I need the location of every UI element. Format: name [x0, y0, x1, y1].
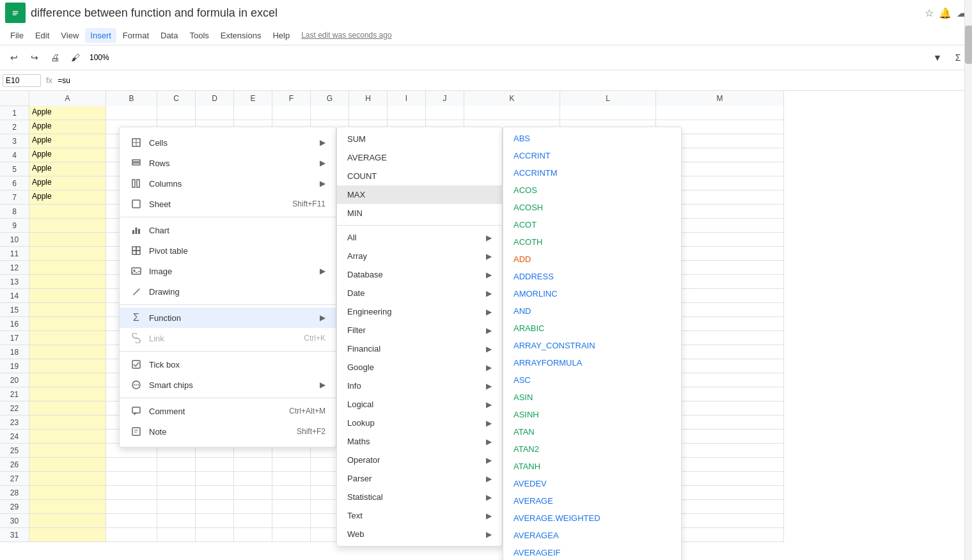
grid-cell[interactable] [29, 472, 106, 486]
fn-asin[interactable]: ASIN [503, 389, 681, 406]
fn-average[interactable]: AVERAGE [503, 492, 681, 509]
grid-cell[interactable] [29, 317, 106, 331]
grid-cell[interactable] [272, 500, 311, 514]
grid-cell[interactable] [29, 500, 106, 514]
grid-cell[interactable] [29, 458, 106, 472]
fn-averageif[interactable]: AVERAGEIF [503, 544, 681, 560]
grid-cell[interactable] [106, 458, 157, 472]
col-header-a[interactable]: A [29, 91, 106, 106]
fn-and[interactable]: AND [503, 302, 681, 320]
grid-cell[interactable] [234, 106, 272, 120]
menu-file[interactable]: File [5, 28, 29, 43]
func-engineering[interactable]: Engineering▶ [337, 302, 502, 321]
grid-cell[interactable] [272, 486, 311, 500]
grid-cell[interactable]: Apple [29, 148, 106, 162]
func-text[interactable]: Text▶ [337, 506, 502, 525]
col-header-l[interactable]: L [560, 91, 656, 106]
grid-cell[interactable] [29, 205, 106, 219]
menu-extensions[interactable]: Extensions [216, 28, 267, 43]
grid-cell[interactable] [196, 500, 234, 514]
menu-format[interactable]: Format [118, 28, 154, 43]
last-edit[interactable]: Last edit was seconds ago [301, 31, 391, 40]
grid-cell[interactable] [29, 233, 106, 247]
grid-cell[interactable] [29, 345, 106, 359]
grid-cell[interactable] [106, 472, 157, 486]
grid-cell[interactable] [29, 331, 106, 345]
grid-cell[interactable] [29, 444, 106, 458]
fn-arrayformula[interactable]: ARRAYFORMULA [503, 354, 681, 371]
fn-abs[interactable]: ABS [503, 130, 681, 147]
col-header-c[interactable]: C [157, 91, 196, 106]
func-filter[interactable]: Filter▶ [337, 321, 502, 339]
insert-note[interactable]: Note Shift+F2 [120, 421, 336, 442]
func-parser[interactable]: Parser▶ [337, 469, 502, 488]
grid-cell[interactable] [388, 106, 426, 120]
grid-cell[interactable] [157, 106, 196, 120]
right-scrollbar[interactable] [964, 0, 972, 560]
grid-cell[interactable]: Apple [29, 134, 106, 148]
grid-cell[interactable] [29, 219, 106, 233]
col-header-f[interactable]: F [272, 91, 311, 106]
grid-cell[interactable] [196, 486, 234, 500]
grid-cell[interactable] [106, 514, 157, 528]
grid-cell[interactable] [29, 303, 106, 317]
col-header-m[interactable]: M [656, 91, 784, 106]
menu-data[interactable]: Data [155, 28, 183, 43]
insert-tickbox[interactable]: Tick box [120, 354, 336, 375]
grid-cell[interactable] [157, 486, 196, 500]
grid-cell[interactable] [29, 430, 106, 444]
col-header-h[interactable]: H [349, 91, 388, 106]
grid-cell[interactable]: Apple [29, 191, 106, 205]
paint-format-button[interactable]: 🖌 [67, 49, 84, 66]
star-icon[interactable]: ☆ [925, 7, 934, 19]
bell-icon[interactable]: 🔔 [939, 7, 952, 19]
insert-function[interactable]: Σ Function ▶ [120, 307, 336, 328]
grid-cell[interactable] [234, 458, 272, 472]
fn-average-weighted[interactable]: AVERAGE.WEIGHTED [503, 509, 681, 527]
insert-cells[interactable]: Cells ▶ [120, 132, 336, 153]
grid-cell[interactable] [29, 387, 106, 401]
func-database[interactable]: Database▶ [337, 265, 502, 284]
col-header-d[interactable]: D [196, 91, 234, 106]
grid-cell[interactable] [234, 472, 272, 486]
grid-cell[interactable] [196, 106, 234, 120]
grid-cell[interactable]: Apple [29, 120, 106, 134]
func-max[interactable]: MAX [337, 185, 502, 204]
col-header-g[interactable]: G [311, 91, 349, 106]
insert-smartchips[interactable]: Smart chips ▶ [120, 375, 336, 395]
fn-atan2[interactable]: ATAN2 [503, 440, 681, 458]
insert-chart[interactable]: Chart [120, 220, 336, 240]
func-date[interactable]: Date▶ [337, 284, 502, 302]
grid-cell[interactable] [29, 247, 106, 261]
grid-cell[interactable] [157, 500, 196, 514]
formula-input[interactable] [58, 76, 969, 85]
grid-cell[interactable] [29, 289, 106, 303]
grid-cell[interactable] [157, 472, 196, 486]
fn-accrint[interactable]: ACCRINT [503, 147, 681, 164]
grid-cell[interactable] [234, 514, 272, 528]
func-financial[interactable]: Financial▶ [337, 339, 502, 358]
grid-cell[interactable] [272, 458, 311, 472]
zoom-level[interactable]: 100% [87, 52, 112, 63]
insert-comment[interactable]: Comment Ctrl+Alt+M [120, 401, 336, 421]
grid-cell[interactable] [29, 261, 106, 275]
grid-cell[interactable] [106, 486, 157, 500]
grid-cell[interactable] [29, 528, 106, 542]
grid-cell[interactable] [234, 486, 272, 500]
grid-cell[interactable] [272, 472, 311, 486]
col-header-k[interactable]: K [464, 91, 560, 106]
grid-cell[interactable] [29, 416, 106, 430]
grid-cell[interactable] [196, 528, 234, 542]
insert-rows[interactable]: Rows ▶ [120, 153, 336, 173]
fn-accrintm[interactable]: ACCRINTM [503, 164, 681, 182]
grid-cell[interactable] [29, 514, 106, 528]
fn-acot[interactable]: ACOT [503, 216, 681, 233]
grid-cell[interactable] [272, 106, 311, 120]
grid-cell[interactable] [349, 106, 388, 120]
func-maths[interactable]: Maths▶ [337, 432, 502, 451]
grid-cell[interactable] [196, 514, 234, 528]
grid-cell[interactable] [29, 359, 106, 373]
func-min[interactable]: MIN [337, 204, 502, 222]
func-array[interactable]: Array▶ [337, 247, 502, 265]
fn-avedev[interactable]: AVEDEV [503, 475, 681, 492]
